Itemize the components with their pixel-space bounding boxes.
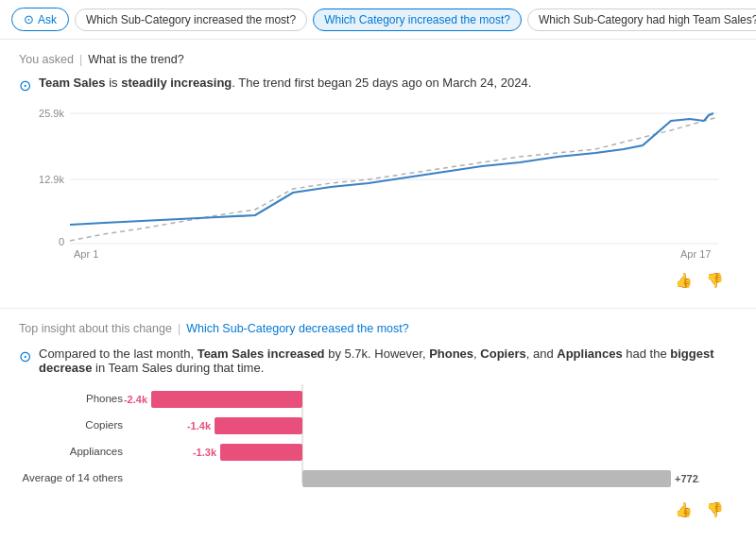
x-label-right: Apr 17 xyxy=(680,248,711,260)
trend-chart: 25.9k 12.9k 0 Apr 1 Apr 17 xyxy=(28,104,728,260)
ask-button[interactable]: ⊙ Ask xyxy=(11,8,69,31)
top-insight-label: Top insight about this change xyxy=(19,322,172,335)
main-container: ⊙ Ask Which Sub-Category increased the m… xyxy=(0,0,756,558)
trend-section: You asked | What is the trend? ⊙ Team Sa… xyxy=(0,40,756,309)
you-asked-question: What is the trend? xyxy=(88,53,183,66)
x-label-left: Apr 1 xyxy=(74,248,98,260)
top-insight-bar: Top insight about this change | Which Su… xyxy=(19,322,737,335)
y-label-bot: 0 xyxy=(59,236,64,247)
you-asked-label: You asked xyxy=(19,53,74,66)
top-insight-sep: | xyxy=(178,322,180,335)
bar-phones xyxy=(151,391,302,408)
suggestion-btn-1[interactable]: Which Category increased the most? xyxy=(313,8,522,31)
you-asked-sep: | xyxy=(79,53,82,66)
trend-insight-icon: ⊙ xyxy=(19,76,31,94)
bar-val-others: +772.5 xyxy=(675,473,699,484)
you-asked-bar: You asked | What is the trend? xyxy=(19,53,737,66)
trend-insight-text: Team Sales is steadily increasing. The t… xyxy=(39,76,531,90)
ask-label: Ask xyxy=(38,13,57,26)
suggestion-btn-0[interactable]: Which Sub-Category increased the most? xyxy=(75,8,307,31)
top-insight-question[interactable]: Which Sub-Category decreased the most? xyxy=(186,322,409,335)
decrease-insight-icon: ⊙ xyxy=(19,347,31,365)
ask-icon: ⊙ xyxy=(24,12,34,26)
decrease-feedback: 👍 👎 xyxy=(19,496,737,528)
y-label-mid: 12.9k xyxy=(39,174,64,185)
bar-chart-container: Phones -2.4k Copiers -1.4k Appliances -1… xyxy=(19,384,737,496)
bar-copiers xyxy=(215,417,302,434)
trend-thumbs-up[interactable]: 👍 xyxy=(671,270,696,291)
bar-val-phones: -2.4k xyxy=(124,394,148,405)
trend-insight: ⊙ Team Sales is steadily increasing. The… xyxy=(19,76,737,94)
decrease-thumbs-up[interactable]: 👍 xyxy=(671,499,696,520)
decrease-thumbs-down[interactable]: 👎 xyxy=(702,499,728,520)
suggestion-btn-2[interactable]: Which Sub-Category had high Team Sales? xyxy=(527,8,756,31)
bar-val-appliances: -1.3k xyxy=(193,447,217,458)
decrease-section: Top insight about this change | Which Su… xyxy=(0,309,756,537)
bar-label-copiers: Copiers xyxy=(85,419,123,431)
bar-chart: Phones -2.4k Copiers -1.4k Appliances -1… xyxy=(19,384,699,493)
bar-val-copiers: -1.4k xyxy=(187,420,212,431)
top-bar: ⊙ Ask Which Sub-Category increased the m… xyxy=(0,0,756,40)
bar-label-others: Average of 14 others xyxy=(22,472,123,483)
y-label-top: 25.9k xyxy=(39,108,64,119)
bar-label-appliances: Appliances xyxy=(70,446,124,457)
trend-feedback: 👍 👎 xyxy=(19,266,737,298)
bar-label-phones: Phones xyxy=(86,393,123,404)
bar-appliances xyxy=(220,444,302,461)
trend-chart-area: 25.9k 12.9k 0 Apr 1 Apr 17 xyxy=(19,104,737,262)
trend-thumbs-down[interactable]: 👎 xyxy=(702,270,728,291)
bar-others xyxy=(302,470,671,487)
main-content: You asked | What is the trend? ⊙ Team Sa… xyxy=(0,40,756,558)
decrease-insight-text: Compared to the last month, Team Sales i… xyxy=(39,347,737,375)
decrease-insight: ⊙ Compared to the last month, Team Sales… xyxy=(19,347,737,375)
